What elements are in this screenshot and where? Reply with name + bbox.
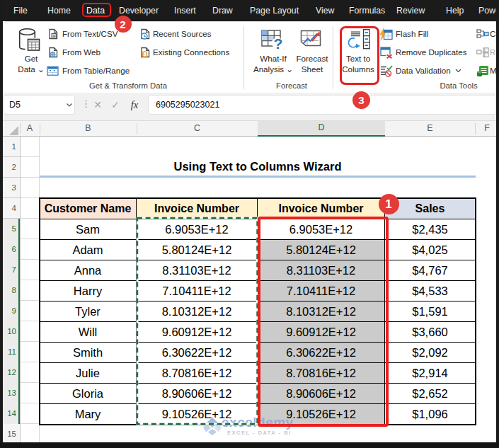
svg-text:?: ? xyxy=(274,35,283,50)
